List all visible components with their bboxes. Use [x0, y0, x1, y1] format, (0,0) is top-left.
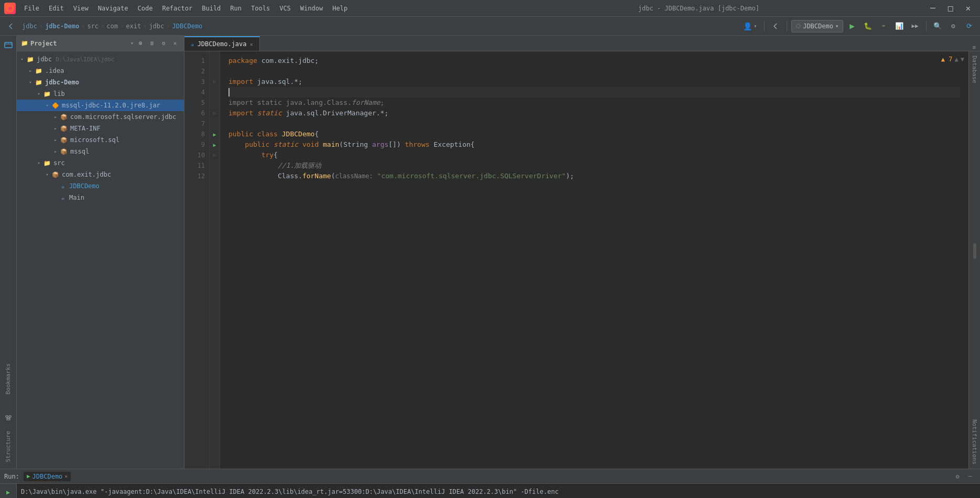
settings-btn[interactable]: ⚙ [946, 19, 960, 33]
menu-code[interactable]: Code [134, 3, 157, 14]
panel-dropdown-arrow[interactable]: ▾ [130, 40, 134, 47]
run-arrow-9[interactable]: ▶ [213, 142, 216, 148]
run-tab-close[interactable]: ✕ [64, 473, 68, 479]
run-panel-actions: ⚙ ─ [952, 471, 976, 482]
tree-pkg-main[interactable]: ▾ 📦 com.exit.jdbc [17, 169, 184, 180]
breadcrumb-exit[interactable]: exit [126, 23, 141, 30]
panel-collapse[interactable]: ─ [964, 471, 976, 482]
tree-root[interactable]: ▾ 📁 jdbc D:\Java\IDEA\jdbc [17, 53, 184, 65]
menu-navigate[interactable]: Navigate [94, 3, 133, 14]
tree-jar[interactable]: ▾ 🔶 mssql-jdbc-11.2.0.jre8.jar [17, 100, 184, 111]
sidebar-structure-icon[interactable] [1, 411, 16, 426]
warning-indicator[interactable]: ▲ 7 ▲ ▼ [941, 56, 964, 63]
fold-arrow-3[interactable]: ▷ [210, 77, 220, 87]
fold-arrow-6[interactable]: ▷ [210, 108, 220, 118]
structure-label[interactable]: Structure [4, 427, 13, 467]
profile-btn[interactable]: 📊 [892, 19, 906, 33]
tree-main-file[interactable]: ☕ Main [17, 192, 184, 203]
pkg-name: com.exit.jdbc; [262, 56, 319, 66]
menu-window[interactable]: Window [296, 3, 327, 14]
more-btn[interactable]: ▶▶ [908, 19, 922, 33]
breadcrumb-com[interactable]: com [106, 23, 118, 30]
panel-locate-btn[interactable]: ⊕ [136, 39, 145, 48]
breadcrumb-java[interactable]: JDBCDemo [172, 23, 203, 30]
tree-arrow-pkg4: ▸ [52, 148, 59, 155]
menu-build[interactable]: Build [198, 3, 225, 14]
classname-jdbc: JDBCDemo [282, 129, 315, 139]
tree-pkg3[interactable]: ▸ 📦 microsoft.sql [17, 134, 184, 146]
menu-tools[interactable]: Tools [247, 3, 274, 14]
run-arrow-8[interactable]: ▶ [210, 129, 220, 139]
tree-arrow-pkg-main: ▾ [44, 171, 50, 178]
code-line-11: //1.加载驱动 [228, 160, 960, 171]
tree-label-idea: .idea [45, 67, 64, 74]
breadcrumb-jdbc2[interactable]: jdbc [149, 23, 164, 30]
paren-open: ( [339, 139, 343, 150]
breadcrumb-sep2: › [81, 23, 85, 30]
breadcrumb-jdbc[interactable]: jdbc [22, 23, 37, 30]
warning-expand-up[interactable]: ▲ [955, 56, 959, 63]
run-btn[interactable]: ▶ [845, 19, 859, 33]
panel-collapse-btn[interactable]: ≡ [147, 39, 157, 48]
code-line-7 [228, 118, 960, 129]
tree-icon-pkg1: 📦 [60, 113, 68, 121]
database-label[interactable]: Database [970, 51, 979, 88]
update-btn[interactable]: ⟳ [962, 19, 976, 33]
tree-pkg4[interactable]: ▸ 📦 mssql [17, 146, 184, 157]
editor-toolbar-right: ≡ [968, 44, 980, 51]
panel-settings-btn[interactable]: ⚙ [159, 39, 168, 48]
tree-icon-lib: 📁 [43, 90, 51, 98]
tree-src[interactable]: ▾ 📁 src [17, 157, 184, 169]
tree-icon-main: ☕ [59, 193, 67, 202]
breadcrumb-jdbc-demo[interactable]: jdbc-Demo [45, 23, 79, 30]
search-btn[interactable]: 🔍 [931, 19, 944, 33]
kw-public8: public [228, 129, 253, 139]
fold-arrow-10[interactable]: ▷ [210, 150, 220, 160]
toolbar-back[interactable] [4, 19, 18, 33]
tree-jdbcdemo-file[interactable]: ☕ JDBCDemo [17, 180, 184, 192]
coverage-btn[interactable]: ☂ [877, 19, 890, 33]
close-button[interactable]: ✕ [960, 2, 976, 14]
notifications-label[interactable]: Notifications [970, 415, 979, 469]
tree-lib[interactable]: ▾ 📁 lib [17, 88, 184, 100]
code-space [257, 56, 262, 66]
bookmarks-label[interactable]: Bookmarks [4, 359, 13, 399]
code-editor[interactable]: 1 2 3 4 5 6 7 8 9 10 11 12 ▷ ▷ [184, 51, 980, 469]
editor-tab-jdbcdemo[interactable]: ☕ JDBCDemo.java ✕ [184, 36, 260, 51]
kw-static6: static [257, 108, 282, 118]
breadcrumb-src[interactable]: src [87, 23, 99, 30]
run-tab-active[interactable]: ▶ JDBCDemo ✕ [24, 472, 71, 481]
menu-file[interactable]: File [20, 3, 43, 14]
menu-help[interactable]: Help [328, 3, 352, 14]
tree-jdbc-demo[interactable]: ▾ 📁 jdbc-Demo [17, 77, 184, 88]
tree-pkg2[interactable]: ▸ 📦 META-INF [17, 123, 184, 134]
tree-label-root: jdbc D:\Java\IDEA\jdbc [37, 56, 115, 63]
title-bar: File Edit View Navigate Code Refactor Bu… [0, 0, 980, 17]
tab-close-btn[interactable]: ✕ [250, 41, 253, 47]
menu-refactor[interactable]: Refactor [158, 3, 197, 14]
tree-pkg1[interactable]: ▸ 📦 com.microsoft.sqlserver.jdbc [17, 111, 184, 123]
debug-btn[interactable]: 🐛 [861, 19, 875, 33]
menu-run[interactable]: Run [226, 3, 246, 14]
menu-view[interactable]: View [69, 3, 93, 14]
sidebar-project-icon[interactable] [1, 38, 16, 52]
run-config-dropdown[interactable]: ⬡ JDBCDemo ▾ [791, 20, 843, 33]
code-line-6: import static java.sql.DriverManager.*; [228, 108, 960, 118]
editor-menu-icon[interactable]: ≡ [972, 44, 976, 51]
tree-idea[interactable]: ▸ 📁 .idea [17, 65, 184, 77]
output-line-0: D:\Java\bin\java.exe "-javaagent:D:\Java… [21, 487, 976, 496]
menu-vcs[interactable]: VCS [275, 3, 295, 14]
warning-expand-down[interactable]: ▼ [961, 56, 964, 63]
brace8: { [314, 129, 319, 139]
settings-gear[interactable]: ⚙ [952, 471, 963, 482]
code-content[interactable]: package com.exit.jdbc; import java.sql.*… [220, 51, 968, 469]
account-btn[interactable]: 👤 ▾ [740, 19, 760, 33]
code-line-4 [228, 87, 960, 98]
panel-close-btn[interactable]: ✕ [170, 39, 180, 48]
menu-edit[interactable]: Edit [45, 3, 68, 14]
run-rerun-btn[interactable]: ▶ [2, 486, 15, 498]
code-line-9: public static void main ( String args []… [228, 139, 960, 150]
minimize-button[interactable]: ─ [925, 2, 941, 14]
back-btn[interactable] [769, 19, 782, 33]
maximize-button[interactable]: □ [943, 2, 959, 14]
